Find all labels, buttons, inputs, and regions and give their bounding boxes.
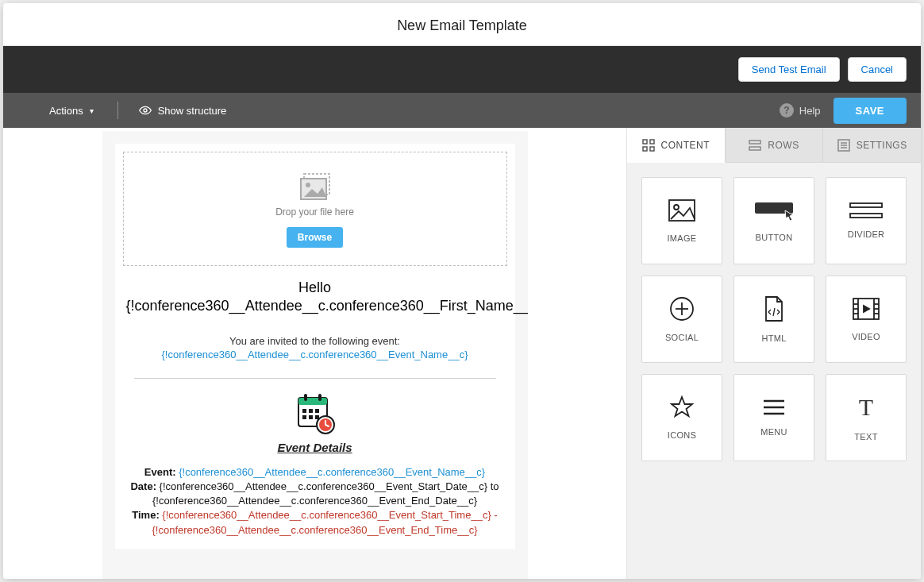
svg-rect-30: [850, 214, 882, 218]
canvas-inner: Drop your file here Browse Hello {!confe…: [115, 144, 515, 549]
svg-rect-18: [643, 147, 647, 151]
svg-rect-20: [749, 141, 760, 144]
dropzone-text: Drop your file here: [132, 206, 499, 218]
svg-rect-11: [302, 415, 306, 419]
cancel-button[interactable]: Cancel: [848, 57, 907, 82]
workspace: Drop your file here Browse Hello {!confe…: [3, 128, 921, 579]
tile-menu[interactable]: MENU: [733, 374, 814, 461]
tile-video-label: VIDEO: [852, 332, 880, 341]
svg-rect-19: [650, 147, 654, 151]
tab-settings[interactable]: SETTINGS: [823, 128, 921, 162]
actions-label: Actions: [49, 105, 83, 117]
eye-icon: [139, 104, 152, 117]
greeting-block: Hello {!conference360__Attendee__c.confe…: [123, 266, 507, 316]
event-details-block: Event: {!conference360__Attendee__c.conf…: [123, 465, 507, 549]
panel-tabs: CONTENT ROWS SETTINGS: [627, 128, 921, 163]
show-structure-label: Show structure: [158, 105, 227, 117]
greeting-name-token: {!conference360__Attendee__c.conference3…: [126, 297, 504, 315]
tile-button-label: BUTTON: [756, 233, 793, 242]
tile-social[interactable]: SOCIAL: [641, 276, 722, 363]
modal-title: New Email Template: [3, 3, 921, 46]
tab-content-label: CONTENT: [661, 140, 710, 151]
svg-point-27: [674, 205, 679, 210]
event-details-heading: Event Details: [123, 441, 507, 454]
svg-rect-9: [309, 409, 313, 413]
event-label: Event:: [144, 466, 176, 478]
help-label: Help: [799, 105, 821, 117]
date-label: Date:: [130, 480, 156, 492]
calendar-icon: [123, 391, 507, 434]
event-name-token[interactable]: {!conference360__Attendee__c.conference3…: [123, 349, 507, 360]
text-icon: T: [859, 394, 873, 421]
question-icon: ?: [780, 103, 794, 118]
svg-rect-16: [643, 140, 647, 144]
tab-settings-label: SETTINGS: [857, 140, 907, 151]
browse-button[interactable]: Browse: [287, 227, 343, 248]
rows-icon: [749, 139, 761, 152]
settings-icon: [837, 139, 850, 152]
svg-rect-21: [749, 147, 760, 150]
divider-line: [134, 378, 496, 379]
tile-divider-label: DIVIDER: [848, 229, 885, 239]
modal: New Email Template Send Test Email Cance…: [3, 3, 921, 579]
svg-rect-7: [318, 394, 321, 401]
tile-text-label: TEXT: [854, 432, 877, 441]
tile-button[interactable]: BUTTON: [733, 177, 814, 264]
show-structure-toggle[interactable]: Show structure: [139, 104, 227, 117]
grid-icon: [642, 139, 655, 152]
tile-video[interactable]: VIDEO: [826, 276, 907, 363]
right-panel: CONTENT ROWS SETTINGS: [626, 128, 921, 579]
event-token: {!conference360__Attendee__c.conference3…: [179, 466, 485, 478]
detail-date: Date: {!conference360__Attendee__c.confe…: [126, 480, 504, 508]
time-start-token: {!conference360__Attendee__c.conference3…: [162, 509, 491, 521]
toolbar-left: Actions ▾ Show structure: [49, 102, 226, 119]
image-placeholder-icon: [300, 173, 330, 198]
toolbar: Actions ▾ Show structure ? Help SAVE: [3, 93, 921, 128]
divider-icon: [849, 202, 884, 218]
svg-rect-6: [304, 394, 307, 401]
content-tiles: IMAGE BUTTON DIVIDER: [627, 163, 921, 476]
chevron-down-icon: ▾: [90, 106, 94, 115]
video-icon: [852, 297, 880, 321]
tab-rows[interactable]: ROWS: [726, 128, 824, 162]
detail-event: Event: {!conference360__Attendee__c.conf…: [126, 465, 504, 480]
tile-html[interactable]: HTML: [733, 276, 814, 363]
send-test-email-button[interactable]: Send Test Email: [738, 57, 840, 82]
greeting-hello: Hello: [126, 279, 504, 297]
menu-icon: [762, 399, 786, 416]
svg-rect-29: [850, 203, 882, 207]
image-icon: [668, 198, 696, 222]
tile-image[interactable]: IMAGE: [641, 177, 722, 264]
svg-rect-8: [302, 409, 306, 413]
save-button[interactable]: SAVE: [834, 98, 907, 124]
tile-html-label: HTML: [761, 333, 786, 343]
canvas-area: Drop your file here Browse Hello {!confe…: [3, 128, 626, 579]
image-dropzone[interactable]: Drop your file here Browse: [123, 152, 507, 266]
tile-social-label: SOCIAL: [665, 333, 699, 342]
social-icon: [669, 296, 695, 322]
svg-rect-12: [309, 415, 313, 419]
time-sep: -: [494, 509, 497, 521]
time-end-token: {!conference360__Attendee__c.conference3…: [152, 524, 477, 536]
star-icon: [670, 395, 694, 419]
time-label: Time:: [132, 509, 159, 521]
date-end-token: {!conference360__Attendee__c.conference3…: [152, 495, 477, 507]
detail-time: Time: {!conference360__Attendee__c.confe…: [126, 508, 504, 537]
canvas-frame: Drop your file here Browse Hello {!confe…: [102, 131, 528, 579]
help-link[interactable]: ? Help: [780, 103, 821, 118]
tab-content[interactable]: CONTENT: [627, 128, 726, 163]
separator: [117, 102, 118, 119]
date-to: to: [491, 480, 499, 492]
toolbar-right: ? Help SAVE: [780, 98, 907, 124]
html-icon: [763, 295, 785, 322]
tile-icons[interactable]: ICONS: [641, 374, 722, 461]
actions-dropdown[interactable]: Actions ▾: [49, 105, 94, 117]
tile-icons-label: ICONS: [668, 430, 696, 440]
svg-point-3: [306, 183, 310, 187]
tile-divider[interactable]: DIVIDER: [826, 177, 907, 264]
tile-text[interactable]: T TEXT: [826, 374, 907, 461]
dark-bar: Send Test Email Cancel: [3, 46, 921, 93]
tile-image-label: IMAGE: [668, 233, 697, 243]
tab-rows-label: ROWS: [768, 140, 799, 151]
button-icon: [753, 199, 795, 222]
